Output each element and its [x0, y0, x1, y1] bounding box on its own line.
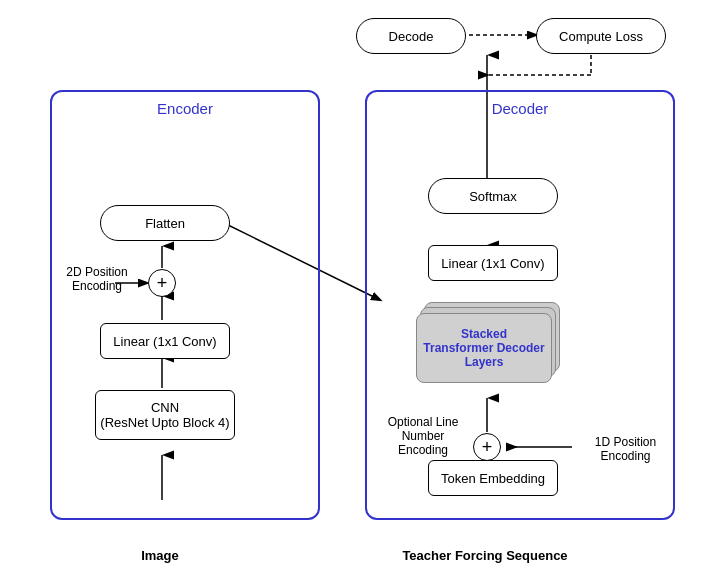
- encoder-plus: +: [148, 269, 176, 297]
- encoder-linear-label: Linear (1x1 Conv): [113, 334, 216, 349]
- cnn-label: CNN (ResNet Upto Block 4): [100, 400, 229, 430]
- decoder-label: Decoder: [492, 100, 549, 117]
- flatten-box: Flatten: [100, 205, 230, 241]
- flatten-label: Flatten: [145, 216, 185, 231]
- token-embedding-label: Token Embedding: [441, 471, 545, 486]
- pos1d-label: 1D Position Encoding: [578, 435, 673, 463]
- decode-box: Decode: [356, 18, 466, 54]
- optional-label: Optional Line Number Encoding: [378, 415, 468, 457]
- stacked-main: Stacked Transformer Decoder Layers: [416, 313, 552, 383]
- diagram: Decode Compute Loss Encoder Decoder Flat…: [0, 0, 718, 584]
- encoder-border: Encoder: [50, 90, 320, 520]
- compute-loss-label: Compute Loss: [559, 29, 643, 44]
- decoder-plus: +: [473, 433, 501, 461]
- encoder-linear-box: Linear (1x1 Conv): [100, 323, 230, 359]
- softmax-label: Softmax: [469, 189, 517, 204]
- image-label: Image: [110, 548, 210, 563]
- compute-loss-box: Compute Loss: [536, 18, 666, 54]
- token-embedding-box: Token Embedding: [428, 460, 558, 496]
- softmax-box: Softmax: [428, 178, 558, 214]
- token-up-arrow-small: [485, 496, 489, 506]
- teacher-label: Teacher Forcing Sequence: [390, 548, 580, 563]
- decode-label: Decode: [389, 29, 434, 44]
- encoder-label: Encoder: [157, 100, 213, 117]
- stacked-label: Stacked Transformer Decoder Layers: [423, 327, 544, 369]
- decoder-linear-box: Linear (1x1 Conv): [428, 245, 558, 281]
- decoder-linear-label: Linear (1x1 Conv): [441, 256, 544, 271]
- pos2d-label: 2D Position Encoding: [52, 265, 142, 293]
- cnn-box: CNN (ResNet Upto Block 4): [95, 390, 235, 440]
